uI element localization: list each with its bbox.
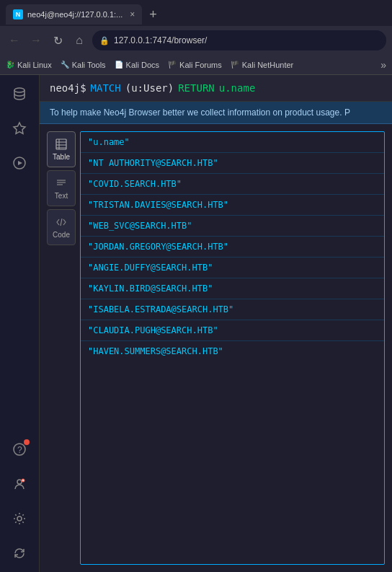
- table-cell: "WEB_SVC@SEARCH.HTB": [88, 221, 192, 231]
- table-cell: "ISABELA.ESTRADA@SEARCH.HTB": [88, 304, 233, 314]
- url-display: 127.0.0.1:7474/browser/: [114, 35, 207, 45]
- svg-point-8: [17, 516, 22, 521]
- neo4j-content-area: neo4j$ MATCH (u:User) RETURN u.name To h…: [40, 75, 392, 572]
- table-cell: "TRISTAN.DAVIES@SEARCH.HTB": [88, 200, 228, 210]
- kali-linux-icon: 🐉: [6, 61, 14, 69]
- tab-bar: N neo4j@neo4j://127.0.0.1:... × +: [0, 0, 392, 26]
- home-button[interactable]: ⌂: [71, 34, 88, 47]
- kali-forums-icon: 🏴: [168, 61, 177, 69]
- table-row: "HAVEN.SUMMERS@SEARCH.HTB": [81, 341, 384, 361]
- table-row: "ISABELA.ESTRADA@SEARCH.HTB": [81, 299, 384, 320]
- bookmark-kali-docs[interactable]: 📄 Kali Docs: [115, 61, 159, 69]
- active-tab[interactable]: N neo4j@neo4j://127.0.0.1:... ×: [6, 4, 142, 25]
- table-cell: "ANGIE.DUFFY@SEARCH.HTB": [88, 263, 213, 273]
- prompt-prefix: neo4j$: [50, 82, 86, 94]
- bookmark-kali-nethunter-label: Kali NetHunter: [242, 61, 294, 69]
- table-cell: "KAYLIN.BIRD@SEARCH.HTB": [88, 283, 213, 294]
- result-area: Table Text Code: [40, 124, 392, 572]
- tab-title: neo4j@neo4j://127.0.0.1:...: [27, 10, 122, 19]
- kali-nethunter-icon: 🏴: [231, 61, 239, 69]
- table-row: "JORDAN.GREGORY@SEARCH.HTB": [81, 237, 384, 258]
- table-cell: "COVID.SEARCH.HTB": [88, 179, 182, 189]
- query-prompt-header: neo4j$ MATCH (u:User) RETURN u.name: [40, 75, 392, 102]
- svg-text:?: ?: [17, 445, 22, 455]
- query-var: (u:User): [125, 82, 174, 94]
- query-match-keyword: MATCH: [91, 82, 121, 94]
- bookmark-kali-tools-label: Kali Tools: [72, 61, 106, 69]
- kali-tools-icon: 🔧: [61, 61, 69, 69]
- table-cell: "NT AUTHORITY@SEARCH.HTB": [88, 158, 218, 168]
- refresh-icon[interactable]: [8, 542, 31, 565]
- svg-point-4: [17, 480, 22, 484]
- table-row: "TRISTAN.DAVIES@SEARCH.HTB": [81, 195, 384, 216]
- refresh-button[interactable]: ↻: [49, 34, 66, 48]
- play-icon[interactable]: [8, 151, 31, 175]
- bookmark-kali-tools[interactable]: 🔧 Kali Tools: [61, 61, 106, 69]
- star-icon[interactable]: [8, 117, 31, 140]
- svg-line-17: [61, 219, 62, 226]
- database-icon[interactable]: [8, 82, 31, 105]
- settings-icon[interactable]: [8, 507, 31, 530]
- table-row: "ANGIE.DUFFY@SEARCH.HTB": [81, 258, 384, 278]
- table-row: "KAYLIN.BIRD@SEARCH.HTB": [81, 278, 384, 299]
- query-return-keyword: RETURN: [178, 82, 215, 94]
- user-settings-icon[interactable]: [8, 472, 31, 496]
- table-cell: "CLAUDIA.PUGH@SEARCH.HTB": [88, 325, 218, 335]
- tab-favicon: N: [13, 9, 23, 19]
- info-banner: To help make Neo4j Browser better we col…: [40, 102, 392, 124]
- security-lock-icon: 🔒: [99, 36, 110, 45]
- table-cell: "HAVEN.SUMMERS@SEARCH.HTB": [88, 346, 223, 356]
- code-view-label: Code: [53, 231, 70, 239]
- table-row: "WEB_SVC@SEARCH.HTB": [81, 216, 384, 237]
- bookmark-kali-forums[interactable]: 🏴 Kali Forums: [168, 61, 222, 69]
- code-view-button[interactable]: Code: [47, 209, 76, 245]
- bookmark-kali-nethunter[interactable]: 🏴 Kali NetHunter: [231, 61, 294, 69]
- tab-close-button[interactable]: ×: [130, 9, 135, 19]
- table-row: "NT AUTHORITY@SEARCH.HTB": [81, 153, 384, 174]
- table-row: "CLAUDIA.PUGH@SEARCH.HTB": [81, 320, 384, 341]
- back-button[interactable]: ←: [6, 34, 23, 47]
- bookmarks-overflow-icon[interactable]: »: [380, 59, 386, 71]
- new-tab-button[interactable]: +: [145, 8, 161, 21]
- view-toggle-panel: Table Text Code: [47, 131, 76, 565]
- forward-button[interactable]: →: [27, 34, 45, 47]
- table-row: "COVID.SEARCH.HTB": [81, 174, 384, 195]
- query-field: u.name: [219, 82, 256, 94]
- table-cell: "u.name": [88, 137, 130, 147]
- bookmark-kali-forums-label: Kali Forums: [179, 61, 222, 69]
- svg-point-0: [14, 88, 24, 92]
- browser-chrome: N neo4j@neo4j://127.0.0.1:... × + ← → ↻ …: [0, 0, 392, 75]
- bookmark-kali-linux-label: Kali Linux: [17, 61, 52, 69]
- text-view-label: Text: [55, 192, 68, 200]
- main-area: ?: [0, 75, 392, 572]
- bookmark-kali-linux[interactable]: 🐉 Kali Linux: [6, 61, 52, 69]
- address-bar[interactable]: 🔒 127.0.0.1:7474/browser/: [92, 30, 386, 50]
- help-icon[interactable]: ?: [8, 438, 31, 461]
- query-results-table: "u.name""NT AUTHORITY@SEARCH.HTB""COVID.…: [80, 131, 385, 565]
- table-view-button[interactable]: Table: [47, 131, 76, 167]
- bookmark-kali-docs-label: Kali Docs: [126, 61, 159, 69]
- table-row: "u.name": [81, 132, 384, 153]
- bookmarks-bar: 🐉 Kali Linux 🔧 Kali Tools 📄 Kali Docs 🏴 …: [0, 55, 392, 75]
- kali-docs-icon: 📄: [115, 61, 123, 69]
- neo4j-sidebar: ?: [0, 75, 40, 572]
- table-cell: "JORDAN.GREGORY@SEARCH.HTB": [88, 242, 228, 252]
- nav-bar: ← → ↻ ⌂ 🔒 127.0.0.1:7474/browser/: [0, 26, 392, 55]
- text-view-button[interactable]: Text: [47, 170, 76, 206]
- table-view-label: Table: [53, 153, 70, 161]
